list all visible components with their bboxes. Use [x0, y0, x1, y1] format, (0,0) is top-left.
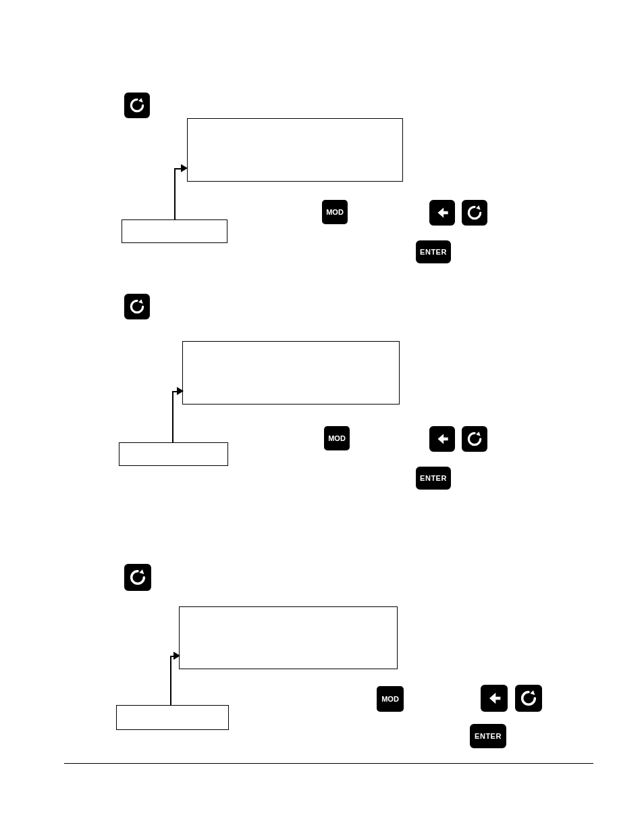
cycle-icon[interactable] — [462, 426, 487, 452]
document-page: MOD ENTER MOD — [0, 0, 644, 834]
mod-button[interactable]: MOD — [377, 686, 404, 712]
connector-v — [172, 391, 173, 443]
enter-button[interactable]: ENTER — [416, 467, 451, 490]
mod-label: MOD — [326, 208, 344, 216]
left-arrow-icon[interactable] — [429, 426, 455, 452]
display-box — [182, 341, 400, 405]
enter-button[interactable]: ENTER — [416, 240, 451, 263]
connector-arrowhead — [181, 164, 188, 172]
cycle-icon[interactable] — [462, 200, 487, 226]
left-arrow-icon[interactable] — [429, 200, 455, 226]
label-box — [116, 705, 229, 730]
label-box — [119, 442, 228, 466]
connector-arrowhead — [177, 387, 184, 395]
enter-button[interactable]: ENTER — [470, 724, 506, 748]
mod-button[interactable]: MOD — [324, 426, 350, 450]
connector-v — [174, 168, 176, 219]
label-box — [122, 219, 227, 243]
cycle-icon[interactable] — [515, 685, 542, 712]
connector-arrowhead — [173, 652, 180, 660]
cycle-icon[interactable] — [124, 294, 150, 319]
enter-label: ENTER — [475, 732, 502, 740]
mod-label: MOD — [328, 434, 346, 442]
left-arrow-icon[interactable] — [481, 685, 508, 712]
mod-button[interactable]: MOD — [322, 200, 348, 224]
connector-v — [170, 656, 171, 706]
cycle-icon[interactable] — [124, 564, 151, 591]
display-box — [187, 118, 403, 182]
display-box — [179, 606, 398, 669]
enter-label: ENTER — [420, 248, 447, 256]
mod-label: MOD — [381, 695, 399, 703]
footer-rule — [64, 763, 593, 764]
cycle-icon[interactable] — [124, 93, 150, 118]
enter-label: ENTER — [420, 474, 447, 482]
